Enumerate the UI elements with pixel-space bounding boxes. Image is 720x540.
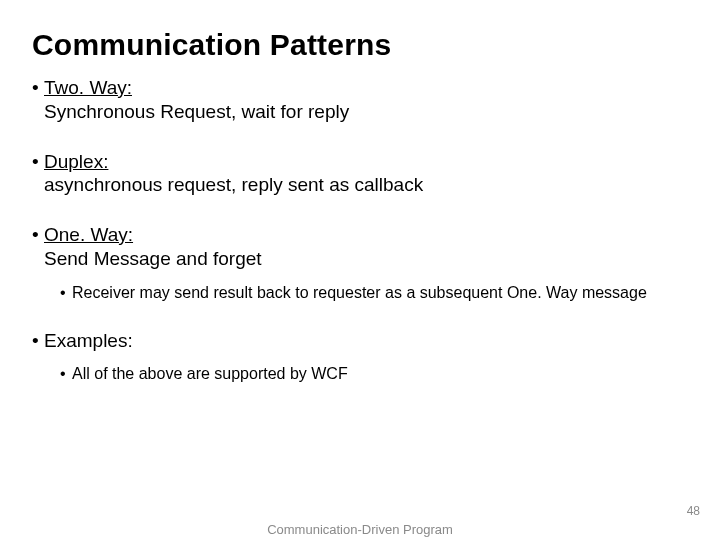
bullet-icon: • [32, 223, 44, 247]
bullet-icon: • [32, 76, 44, 100]
bullet-icon: • [32, 329, 44, 353]
item-head: Two. Way: [44, 76, 688, 100]
bullet-icon: • [60, 364, 72, 384]
spacer [32, 303, 688, 317]
item-body: Send Message and forget [44, 247, 688, 271]
bullet-item-twoway: • Two. Way: [32, 76, 688, 100]
sub-bullet-text: All of the above are supported by WCF [72, 364, 688, 384]
footer-center: Communication-Driven Program Structure [0, 522, 720, 540]
item-head-text: Duplex: [44, 151, 108, 172]
sub-bullet-oneway-note: • Receiver may send result back to reque… [60, 283, 688, 303]
bullet-item-examples: • Examples: [32, 329, 688, 353]
slide: Communication Patterns • Two. Way: Synch… [0, 0, 720, 540]
item-head: Duplex: [44, 150, 688, 174]
item-head-text: Two. Way: [44, 77, 132, 98]
sub-bullet-examples-note: • All of the above are supported by WCF [60, 364, 688, 384]
item-body: Synchronous Request, wait for reply [44, 100, 688, 124]
slide-title: Communication Patterns [32, 28, 688, 62]
slide-body: • Two. Way: Synchronous Request, wait fo… [32, 76, 688, 384]
sub-bullet-text: Receiver may send result back to request… [72, 283, 688, 303]
footer-page-number: 48 [687, 504, 700, 518]
bullet-item-oneway: • One. Way: [32, 223, 688, 247]
item-head-text: One. Way: [44, 224, 133, 245]
spacer [32, 124, 688, 138]
item-body: asynchronous request, reply sent as call… [44, 173, 688, 197]
item-head: One. Way: [44, 223, 688, 247]
bullet-icon: • [32, 150, 44, 174]
bullet-item-duplex: • Duplex: [32, 150, 688, 174]
bullet-icon: • [60, 283, 72, 303]
footer-line1: Communication-Driven Program [267, 522, 453, 537]
spacer [32, 197, 688, 211]
item-head-plain: Examples: [44, 329, 688, 353]
